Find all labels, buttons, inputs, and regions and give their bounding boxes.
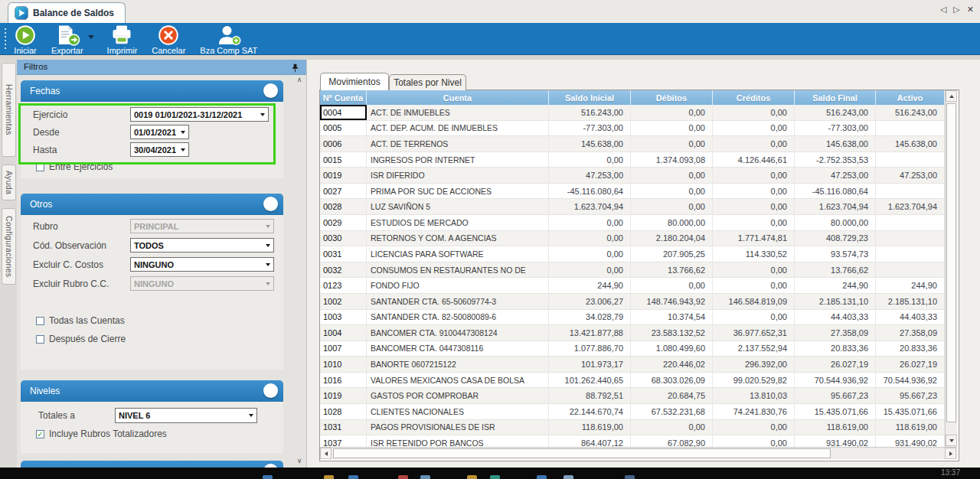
combo-excluir-c-costos[interactable]: NINGUNO [130,257,274,272]
table-cell[interactable]: 0,00 [713,310,795,325]
checkbox-incluye-rubros-totalizadores[interactable]: ✓Incluye Rubros Totalizadores [36,428,167,439]
table-cell[interactable]: 95.667,23 [795,388,876,403]
table-cell[interactable]: 516.243,00 [876,105,945,120]
table-cell[interactable]: -45.116.080,64 [795,184,876,199]
table-cell[interactable] [876,215,945,230]
table-cell[interactable]: 47.253,00 [795,168,876,183]
table-cell[interactable]: 0032 [320,262,367,278]
table-cell[interactable]: 0005 [320,121,367,136]
table-cell[interactable]: 15.435.071,66 [876,404,945,419]
table-cell[interactable]: 68.303.026,09 [631,373,713,388]
table-cell[interactable]: 0,00 [631,168,713,183]
close-icon[interactable]: ✕ [967,4,974,15]
column-header[interactable]: Saldo Final [795,90,876,105]
table-cell[interactable]: 13.810,03 [713,388,795,403]
table-cell[interactable]: 2.185.131,10 [876,294,945,309]
table-cell[interactable]: 99.020.529,82 [713,373,795,388]
checkbox-box[interactable]: ✓ [36,430,44,438]
scroll-up-button[interactable] [946,90,957,102]
chevron-down-icon[interactable] [262,239,273,252]
table-cell[interactable]: 0,00 [713,199,795,214]
taskbar-icon[interactable] [324,475,334,479]
column-header[interactable]: Nº Cuenta [320,90,367,105]
table-row[interactable]: 0019ISR DIFERIDO47.253,000,000,0047.253,… [320,168,945,184]
scroll-left-button[interactable] [320,448,332,459]
table-cell[interactable]: 220.446,02 [631,357,713,372]
table-cell[interactable]: 0,00 [549,215,631,230]
tab-scroll-right-icon[interactable]: ▷ [953,4,959,15]
table-row[interactable]: 1019GASTOS POR COMPROBAR88.792,5120.684,… [320,388,945,404]
table-cell[interactable]: 0029 [320,215,367,230]
table-cell[interactable]: ACT. DEP. ACUM. DE INMUEBLES [367,121,549,136]
taskbar-icon[interactable] [564,475,573,479]
table-row[interactable]: 0123FONDO FIJO244,900,000,00244,90244,90 [320,278,945,294]
table-cell[interactable]: 23.006,27 [549,294,631,309]
table-cell[interactable]: 0,00 [549,152,631,168]
table-cell[interactable]: -77.303,00 [795,121,876,136]
column-header[interactable]: Saldo Inicial [549,90,631,105]
chevron-down-icon[interactable] [177,143,188,156]
table-row[interactable]: 0032CONSUMOS EN RESTAURANTES NO DE0,0013… [320,262,945,279]
table-cell[interactable]: 20.833,36 [795,341,876,357]
table-cell[interactable]: 145.638,00 [876,136,945,152]
table-cell[interactable]: 516.243,00 [795,105,876,120]
taskbar-icon[interactable] [263,475,273,479]
table-cell[interactable]: 408.729,23 [795,231,876,246]
table-cell[interactable] [876,262,945,278]
table-cell[interactable]: PRIMA POR SUC DE ACCIONES [367,184,549,199]
table-cell[interactable]: 1037 [320,435,367,447]
chevron-down-icon[interactable] [245,409,256,422]
table-cell[interactable]: 1028 [320,404,367,419]
table-cell[interactable]: 26.027,19 [795,357,876,372]
checkbox-despues-de-cierre[interactable]: Después de Cierre [36,334,126,344]
table-cell[interactable]: 1031 [320,420,367,435]
toolbar-button-cancelar[interactable]: Cancelar [150,24,187,56]
table-cell[interactable]: SANTANDER CTA. 82-50080089-6 [367,310,549,325]
table-cell[interactable]: 0027 [320,184,367,199]
table-cell[interactable]: 1004 [320,325,367,341]
table-row[interactable]: 0004ACT. DE INMUEBLES516.243,000,000,005… [320,105,945,121]
table-cell[interactable]: 0,00 [713,278,795,293]
table-cell[interactable] [876,246,945,262]
table-row[interactable]: 0015INGRESOS POR INTERNET0,001.374.093,0… [320,152,945,168]
table-cell[interactable]: 101.262.440,65 [549,373,631,388]
table-cell[interactable]: 145.638,00 [549,136,631,152]
chevron-down-icon[interactable] [262,220,273,233]
table-cell[interactable]: 1010 [320,357,367,372]
column-header[interactable]: Cuenta [367,90,549,105]
table-cell[interactable]: SANTANDER CTA. 65-50609774-3 [367,294,549,309]
table-cell[interactable]: 0,00 [631,105,713,120]
table-cell[interactable]: 22.144.670,74 [549,404,631,419]
sidebar-scroll-up-icon[interactable]: ∧ [294,76,305,83]
taskbar-icon[interactable] [467,475,477,479]
table-cell[interactable]: -45.116.080,64 [549,184,631,199]
table-cell[interactable]: 47.253,00 [876,168,945,183]
table-cell[interactable]: 207.905,25 [631,246,713,262]
window-tab-balance-de-saldos[interactable]: Balance de Saldos [8,2,126,23]
table-row[interactable]: 1004BANCOMER CTA. 910044730812413.421.87… [320,325,945,341]
table-row[interactable]: 1002SANTANDER CTA. 65-50609774-323.006,2… [320,294,945,310]
table-row[interactable]: 0005ACT. DEP. ACUM. DE INMUEBLES-77.303,… [320,121,945,137]
column-header[interactable]: Créditos [713,90,795,105]
table-cell[interactable]: 0028 [320,199,367,214]
table-cell[interactable]: 118.619,00 [876,420,945,435]
table-cell[interactable]: 1019 [320,388,367,403]
column-header[interactable]: Débitos [631,90,713,105]
scroll-down-button[interactable] [946,435,957,446]
table-row[interactable]: 0031LICENCIAS PARA SOFTWARE0,00207.905,2… [320,246,945,262]
table-cell[interactable]: 0,00 [713,136,795,152]
table-cell[interactable]: 0,00 [631,121,713,136]
table-cell[interactable]: 0015 [320,152,367,168]
vertical-scrollbar[interactable] [945,90,957,447]
table-cell[interactable]: 0,00 [631,420,713,435]
panel-toggle-icon[interactable] [263,83,278,98]
table-cell[interactable]: 864.407,12 [549,435,631,447]
table-cell[interactable]: ACT. DE INMUEBLES [367,105,549,120]
table-cell[interactable]: 13.421.877,88 [549,325,631,341]
table-cell[interactable]: 931.490,02 [876,435,945,447]
table-cell[interactable]: 118.619,00 [549,420,631,435]
table-cell[interactable]: 1.623.704,94 [549,199,631,214]
table-cell[interactable]: 93.574,73 [795,246,876,262]
table-cell[interactable]: 34.028,79 [549,310,631,325]
table-cell[interactable]: CLIENTES NACIONALES [367,404,549,419]
